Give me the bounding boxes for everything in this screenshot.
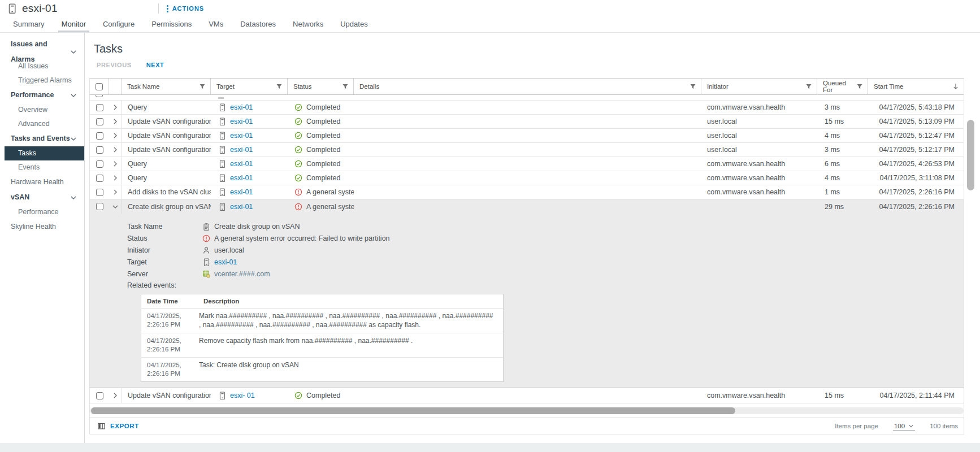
column-header-details[interactable]: Details	[354, 79, 701, 94]
sidebar-item-advanced[interactable]: Advanced	[0, 117, 84, 131]
tab-networks[interactable]: Networks	[284, 17, 332, 32]
tab-datastores[interactable]: Datastores	[232, 17, 284, 32]
select-all-checkbox[interactable]	[96, 83, 103, 90]
target-link[interactable]: esxi-01	[230, 174, 253, 182]
target-link[interactable]: esxi-01	[230, 160, 253, 168]
filter-icon[interactable]	[690, 83, 696, 90]
task-icon	[202, 223, 210, 231]
row-checkbox[interactable]	[96, 175, 103, 182]
row-checkbox[interactable]	[96, 203, 103, 210]
task-name-cell: Update vSAN configuration	[122, 388, 211, 403]
expand-chevron-icon[interactable]	[109, 185, 122, 199]
table-row[interactable]: Query esxi-01 Completed com.vmware.vsan.…	[90, 157, 964, 171]
row-checkbox[interactable]	[96, 160, 103, 168]
target-link[interactable]: esxi- 01	[230, 392, 255, 399]
target-link[interactable]: esxi-01	[230, 203, 253, 211]
horizontal-scrollbar[interactable]	[90, 407, 964, 414]
vertical-scrollbar-thumb[interactable]	[967, 120, 974, 190]
tab-monitor[interactable]: Monitor	[53, 17, 94, 32]
sidebar-item-overview[interactable]: Overview	[0, 103, 84, 117]
status-text: Completed	[306, 132, 340, 140]
table-row[interactable]: Update vSAN configuration esxi-01 Comple…	[90, 129, 964, 143]
chevron-down-icon	[70, 194, 77, 201]
filter-icon[interactable]	[199, 83, 206, 90]
table-row[interactable]: Update vSAN configuration esxi-01 Comple…	[90, 115, 964, 129]
tab-vms[interactable]: VMs	[200, 17, 232, 32]
event-row: 04/17/2025,2:26:16 PM Mark naa.#########…	[141, 308, 503, 333]
tab-summary[interactable]: Summary	[5, 17, 53, 32]
next-page-button[interactable]: NEXT	[146, 62, 164, 68]
expand-chevron-icon[interactable]	[109, 157, 122, 171]
collapse-chevron-icon[interactable]	[109, 199, 122, 214]
export-button[interactable]: EXPORT	[98, 423, 139, 430]
sidebar-item-skyline-health[interactable]: Skyline Health	[0, 219, 84, 234]
column-header-status[interactable]: Status	[288, 79, 354, 94]
table-row-expanded[interactable]: Create disk group on vSAN esxi-01 A gene…	[90, 199, 964, 214]
table-row[interactable]: Query esxi-01 Completed com.vmware.vsan.…	[90, 101, 964, 115]
tab-configure[interactable]: Configure	[94, 17, 143, 32]
chevron-down-icon	[70, 49, 77, 55]
tab-updates[interactable]: Updates	[332, 17, 376, 32]
sort-descending-icon[interactable]	[952, 83, 959, 90]
details-cell	[354, 185, 701, 199]
row-checkbox[interactable]	[96, 146, 103, 154]
filter-icon[interactable]	[276, 83, 283, 90]
expand-chevron-icon[interactable]	[109, 101, 122, 114]
user-icon	[202, 246, 210, 254]
target-link[interactable]: esxi-01	[230, 188, 253, 196]
detail-target-link[interactable]: esxi-01	[214, 258, 237, 266]
start-time-cell: 04/17/2025, 4:26:53 PM	[868, 157, 964, 171]
host-icon	[7, 3, 17, 14]
sidebar-item-vsan-performance[interactable]: Performance	[0, 205, 84, 219]
column-header-queued-for[interactable]: Queued For	[817, 79, 868, 94]
actions-button[interactable]: ACTIONS	[167, 5, 205, 12]
target-link[interactable]: esxi-01	[230, 118, 253, 125]
column-header-task-name[interactable]: Task Name	[122, 79, 211, 94]
target-link[interactable]: esxi-01	[230, 103, 253, 111]
sidebar-item-hardware-health[interactable]: Hardware Health	[0, 175, 84, 190]
row-checkbox[interactable]	[96, 189, 103, 196]
previous-page-button[interactable]: PREVIOUS	[97, 62, 132, 68]
table-row[interactable]: Update vSAN configuration esxi-01 Comple…	[90, 143, 964, 157]
event-row: 04/17/2025,2:26:16 PM Remove capacity fl…	[141, 333, 503, 358]
target-link[interactable]: esxi-01	[230, 146, 253, 154]
column-header-target[interactable]: Target	[211, 79, 288, 94]
column-header-start-time[interactable]: Start Time	[868, 79, 964, 94]
table-row[interactable]: Update vSAN configuration esxi- 01 Compl…	[90, 388, 964, 403]
sidebar-group-issues-and-alarms[interactable]: Issues and Alarms	[0, 44, 84, 59]
expand-chevron-icon[interactable]	[109, 143, 122, 157]
filter-icon[interactable]	[342, 83, 349, 90]
columns-icon	[98, 423, 105, 430]
row-checkbox[interactable]	[96, 392, 103, 399]
expand-chevron-icon[interactable]	[109, 115, 122, 128]
host-icon	[218, 132, 226, 140]
sidebar-item-events[interactable]: Events	[0, 160, 84, 175]
tab-permissions[interactable]: Permissions	[143, 17, 200, 32]
table-row[interactable]: Add disks to the vSAN cluster esxi-01 A …	[90, 185, 964, 199]
filter-icon[interactable]	[856, 83, 863, 90]
start-time-cell: 04/17/2025, 5:12:47 PM	[868, 129, 964, 142]
expand-chevron-icon[interactable]	[109, 388, 122, 403]
table-row[interactable]: Query esxi-01 Completed com.vmware.vsan.…	[90, 171, 964, 185]
sidebar-item-tasks[interactable]: Tasks	[5, 146, 84, 160]
start-time-cell: 04/17/2025, 5:13:09 PM	[868, 115, 964, 128]
status-completed-icon	[294, 160, 302, 168]
column-header-initiator[interactable]: Initiator	[701, 79, 817, 94]
expand-chevron-icon[interactable]	[109, 171, 122, 185]
sidebar-item-triggered-alarms[interactable]: Triggered Alarms	[0, 73, 84, 88]
sidebar-group-vsan[interactable]: vSAN	[0, 190, 84, 205]
row-checkbox[interactable]	[96, 104, 103, 111]
related-events-table: Date Time Description 04/17/2025,2:26:16…	[141, 294, 504, 382]
horizontal-scrollbar-thumb[interactable]	[91, 407, 735, 414]
row-checkbox[interactable]	[96, 132, 103, 140]
expand-chevron-icon[interactable]	[109, 129, 122, 142]
vertical-scrollbar[interactable]	[967, 96, 974, 390]
filter-icon[interactable]	[805, 83, 812, 90]
queued-for-cell: 15 ms	[817, 115, 868, 128]
items-per-page-select[interactable]: 100	[893, 422, 915, 431]
row-checkbox[interactable]	[96, 118, 103, 125]
sidebar-group-performance[interactable]: Performance	[0, 88, 84, 103]
status-completed-icon	[294, 103, 302, 111]
target-link[interactable]: esxi-01	[230, 132, 253, 140]
sidebar-group-tasks-and-events[interactable]: Tasks and Events	[0, 131, 84, 146]
